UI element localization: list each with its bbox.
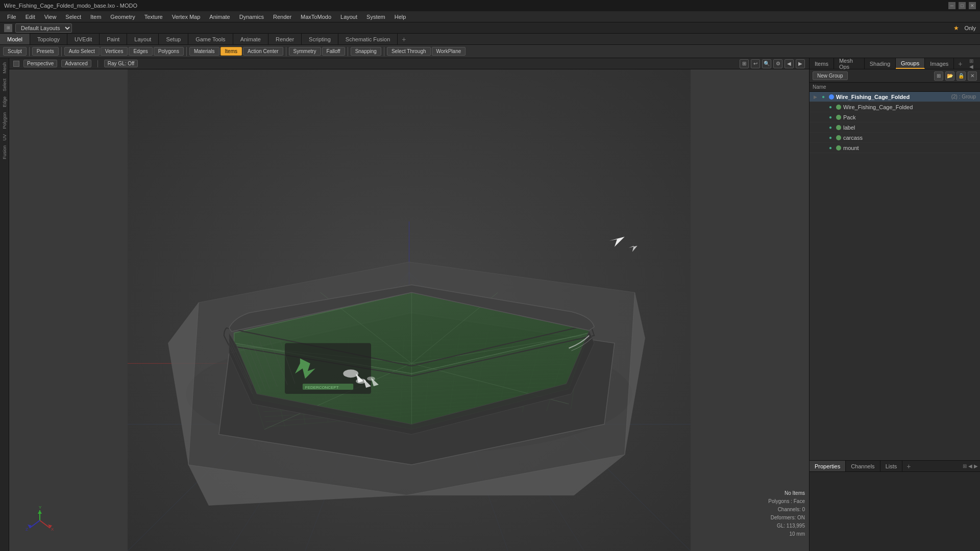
left-tab-select[interactable]: Select <box>1 77 8 93</box>
group-item-name: Pack <box>843 114 976 120</box>
vp-icon-grid[interactable]: ⊞ <box>740 59 749 68</box>
work-plane-button[interactable]: WorkPlane <box>432 47 466 56</box>
left-tab-edge[interactable]: Edge <box>1 94 8 109</box>
minimize-button[interactable]: ─ <box>948 2 955 9</box>
mode-tab-model[interactable]: Model <box>0 34 30 44</box>
group-item-wire-fishing[interactable]: ● Wire_Fishing_Cage_Folded <box>810 102 980 112</box>
mode-tab-render[interactable]: Render <box>268 34 302 44</box>
materials-button[interactable]: Materials <box>189 47 219 56</box>
vp-icon-collapse[interactable]: ▶ <box>796 59 805 68</box>
sculpt-button[interactable]: Sculpt <box>3 47 27 56</box>
snapping-button[interactable]: Snapping <box>351 47 381 56</box>
action-center-button[interactable]: Action Center <box>243 47 283 56</box>
maximize-button[interactable]: □ <box>959 2 966 9</box>
mode-tab-animate[interactable]: Animate <box>233 34 268 44</box>
falloff-button[interactable]: Falloff <box>322 47 345 56</box>
close-button[interactable]: ✕ <box>969 2 976 9</box>
svg-marker-40 <box>38 510 42 514</box>
left-tab-uv[interactable]: UV <box>1 132 8 143</box>
advanced-button[interactable]: Advanced <box>61 60 91 67</box>
group-indent-spacer <box>820 145 825 151</box>
group-item-carcass[interactable]: ● carcass <box>810 133 980 143</box>
polygons-button[interactable]: Polygons <box>154 47 184 56</box>
bp-tab-lists[interactable]: Lists <box>880 461 903 471</box>
items-button[interactable]: Items <box>220 47 242 56</box>
rp-tab-shading[interactable]: Shading <box>865 58 896 69</box>
menu-maxtomodo[interactable]: MaxToModo <box>297 13 335 21</box>
edges-button[interactable]: Edges <box>129 47 152 56</box>
raygl-button[interactable]: Ray GL: Off <box>104 60 138 67</box>
left-tab-fusion[interactable]: Fusion <box>1 143 8 161</box>
group-item-label[interactable]: ● label <box>810 122 980 133</box>
group-item-root[interactable]: ▶ ● Wire_Fishing_Cage_Folded (2) : Group <box>810 92 980 102</box>
symmetry-button[interactable]: Symmetry <box>289 47 321 56</box>
groups-icon-btn-lock[interactable]: 🔒 <box>957 71 966 81</box>
menu-geometry[interactable]: Geometry <box>106 13 139 21</box>
groups-icon-btn-grid[interactable]: ⊞ <box>934 71 943 81</box>
auto-select-button[interactable]: Auto Select <box>64 47 100 56</box>
rp-tab-expand[interactable]: ⊞ ◀ <box>966 58 980 69</box>
viewport-collapse-icon[interactable] <box>13 61 19 67</box>
group-eye-icon[interactable]: ● <box>827 114 834 121</box>
menu-file[interactable]: File <box>3 13 20 21</box>
menu-system[interactable]: System <box>362 13 389 21</box>
bp-tab-add[interactable]: + <box>902 461 915 471</box>
viewport[interactable]: Perspective Advanced Ray GL: Off ⊞ ↩ 🔍 ⚙… <box>9 58 809 551</box>
menu-select[interactable]: Select <box>61 13 85 21</box>
menu-layout[interactable]: Layout <box>336 13 361 21</box>
vertices-button[interactable]: Vertices <box>101 47 128 56</box>
menu-animate[interactable]: Animate <box>205 13 234 21</box>
group-color-dot <box>836 125 841 130</box>
menu-item[interactable]: Item <box>86 13 105 21</box>
groups-icon-btn-folder[interactable]: 📂 <box>945 71 954 81</box>
mode-tab-layout[interactable]: Layout <box>127 34 159 44</box>
select-through-button[interactable]: Select Through <box>387 47 431 56</box>
left-tab-polygon[interactable]: Polygon <box>1 110 8 131</box>
left-tab-mesh[interactable]: Mesh <box>1 60 8 76</box>
group-eye-icon[interactable]: ● <box>827 124 834 131</box>
polygons-info: Polygons : Face <box>768 497 805 506</box>
vp-icon-search[interactable]: 🔍 <box>762 59 771 68</box>
mode-tab-setup[interactable]: Setup <box>159 34 188 44</box>
menu-render[interactable]: Render <box>269 13 296 21</box>
new-group-button[interactable]: New Group <box>813 71 848 80</box>
menu-vertex map[interactable]: Vertex Map <box>168 13 205 21</box>
vp-icon-lock[interactable]: ↩ <box>751 59 760 68</box>
mode-tab-schematic-fusion[interactable]: Schematic Fusion <box>338 34 398 44</box>
group-item-mount[interactable]: ● mount <box>810 143 980 153</box>
group-eye-icon[interactable]: ● <box>827 134 834 141</box>
menu-dynamics[interactable]: Dynamics <box>235 13 268 21</box>
viewport-info: No Items Polygons : Face Channels: 0 Def… <box>768 489 805 538</box>
menu-view[interactable]: View <box>40 13 61 21</box>
group-item-pack[interactable]: ● Pack <box>810 112 980 122</box>
bp-expand[interactable]: ⊞ ◀ ▶ <box>961 461 980 471</box>
bp-tab-channels[interactable]: Channels <box>846 461 880 471</box>
mode-tab-paint[interactable]: Paint <box>100 34 127 44</box>
menu-edit[interactable]: Edit <box>21 13 39 21</box>
mode-tab-game-tools[interactable]: Game Tools <box>188 34 233 44</box>
mode-tab-uvedit[interactable]: UVEdit <box>67 34 100 44</box>
rp-tab-groups[interactable]: Groups <box>896 58 925 69</box>
group-eye-icon[interactable]: ● <box>827 104 834 111</box>
rp-tab-images[interactable]: Images <box>925 58 954 69</box>
viewport-canvas[interactable]: FEDERCONCEPT <box>9 69 809 551</box>
vp-icon-settings[interactable]: ⚙ <box>773 59 782 68</box>
menu-texture[interactable]: Texture <box>140 13 167 21</box>
mode-tab-topology[interactable]: Topology <box>30 34 67 44</box>
vp-icon-expand[interactable]: ◀ <box>785 59 794 68</box>
perspective-button[interactable]: Perspective <box>23 60 57 67</box>
menu-help[interactable]: Help <box>390 13 410 21</box>
rp-tab-add[interactable]: + <box>954 58 966 69</box>
rp-tab-items[interactable]: Items <box>810 58 834 69</box>
groups-icon-btn-close[interactable]: ✕ <box>968 71 977 81</box>
window-title: Wire_Fishing_Cage_Folded_modo_base.lxo -… <box>4 3 137 9</box>
mode-tab-scripting[interactable]: Scripting <box>302 34 338 44</box>
rp-tab-mesh-ops[interactable]: Mesh Ops <box>834 58 865 69</box>
bp-tab-properties[interactable]: Properties <box>810 461 846 471</box>
group-color-dot <box>836 145 841 151</box>
layout-selector[interactable]: Default Layouts <box>15 23 72 33</box>
presets-button[interactable]: Presets <box>32 47 59 56</box>
mode-tab-add[interactable]: + <box>398 34 410 44</box>
group-eye-icon[interactable]: ● <box>820 93 827 101</box>
group-eye-icon[interactable]: ● <box>827 144 834 152</box>
